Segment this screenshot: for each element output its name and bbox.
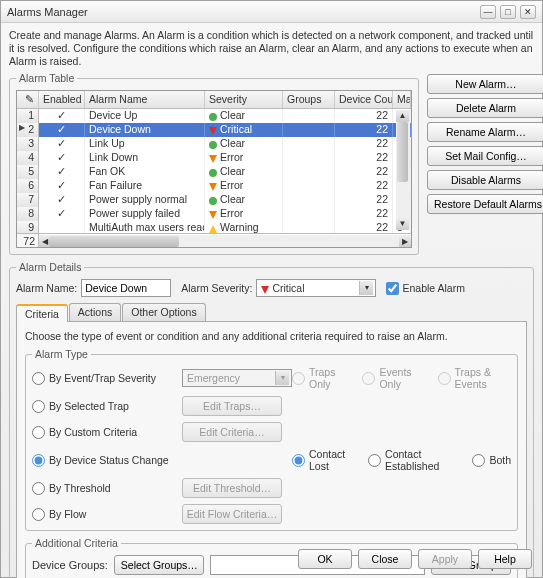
enabled-cell[interactable]: ✓ (39, 193, 85, 207)
row-index: 4 (17, 151, 39, 165)
radio-contact-lost[interactable]: Contact Lost (292, 448, 354, 472)
enable-alarm-checkbox[interactable]: Enable Alarm (386, 282, 464, 295)
col-device-count[interactable]: Device Count (335, 91, 393, 108)
radio-by-custom-criteria[interactable]: By Custom Criteria (32, 426, 182, 439)
disable-alarms-button[interactable]: Disable Alarms (427, 170, 543, 190)
ok-button[interactable]: OK (298, 549, 352, 569)
rename-alarm-button[interactable]: Rename Alarm… (427, 122, 543, 142)
table-row[interactable]: 6✓Fan FailureError225 (17, 179, 411, 193)
table-row[interactable]: 8✓Power supply failedError225 (17, 207, 411, 221)
col-groups[interactable]: Groups (283, 91, 335, 108)
severity-cell: Error (205, 179, 283, 193)
groups-cell (283, 109, 335, 123)
alarm-severity-combo[interactable]: Critical ▾ (256, 279, 376, 297)
minimize-icon[interactable]: — (480, 5, 496, 19)
enabled-cell[interactable]: ✓ (39, 207, 85, 221)
close-icon[interactable]: ✕ (520, 5, 536, 19)
enabled-cell[interactable]: ✓ (39, 137, 85, 151)
enabled-cell[interactable]: ✓ (39, 151, 85, 165)
device-count-cell: 22 (335, 207, 393, 221)
critical-icon (261, 286, 269, 294)
error-icon (209, 155, 217, 163)
help-button[interactable]: Help (478, 549, 532, 569)
alarm-name-cell: Fan Failure (85, 179, 205, 193)
radio-by-threshold[interactable]: By Threshold (32, 482, 182, 495)
groups-cell (283, 193, 335, 207)
restore-default-alarms-button[interactable]: Restore Default Alarms (427, 194, 543, 214)
close-button[interactable]: Close (358, 549, 412, 569)
alarm-name-field[interactable] (81, 279, 171, 297)
device-count-cell: 22 (335, 137, 393, 151)
alarm-details-legend: Alarm Details (16, 261, 84, 273)
clear-icon (209, 169, 217, 177)
severity-cell: Error (205, 207, 283, 221)
scroll-down-icon[interactable]: ▼ (396, 218, 409, 230)
alarm-type-legend: Alarm Type (32, 348, 91, 360)
set-mail-config-button[interactable]: Set Mail Config… (427, 146, 543, 166)
chevron-down-icon[interactable]: ▾ (275, 371, 289, 385)
col-max[interactable]: Ma (393, 91, 411, 108)
row-index: 6 (17, 179, 39, 193)
table-row[interactable]: 3✓Link UpClear225 (17, 137, 411, 151)
table-row[interactable]: 2✓Device DownCritical225 (17, 123, 411, 137)
table-row[interactable]: 9MultiAuth max users reachedWarning225 (17, 221, 411, 233)
col-enabled[interactable]: Enabled (39, 91, 85, 108)
severity-level-combo[interactable]: Emergency▾ (182, 369, 292, 387)
enabled-cell[interactable]: ✓ (39, 109, 85, 123)
alarm-table[interactable]: ✎ Enabled Alarm Name Severity Groups Dev… (16, 90, 412, 248)
vertical-scrollbar[interactable]: ▲ ▼ (396, 110, 410, 230)
radio-both[interactable]: Both (472, 454, 511, 467)
horizontal-scrollbar[interactable]: ◀ ▶ (39, 235, 411, 249)
row-index: 2 (17, 123, 39, 137)
radio-by-selected-trap[interactable]: By Selected Trap (32, 400, 182, 413)
table-row[interactable]: 5✓Fan OKClear225 (17, 165, 411, 179)
severity-cell: Warning (205, 221, 283, 233)
table-header: ✎ Enabled Alarm Name Severity Groups Dev… (17, 91, 411, 109)
alarm-name-cell: MultiAuth max users reached (85, 221, 205, 233)
window-title: Alarms Manager (7, 6, 88, 18)
row-index: 1 (17, 109, 39, 123)
enabled-cell[interactable]: ✓ (39, 179, 85, 193)
chevron-down-icon[interactable]: ▾ (359, 281, 373, 295)
col-alarm-name[interactable]: Alarm Name (85, 91, 205, 108)
enabled-cell[interactable] (39, 221, 85, 233)
window: Alarms Manager — □ ✕ Create and manage A… (0, 0, 543, 578)
col-severity[interactable]: Severity (205, 91, 283, 108)
radio-by-flow[interactable]: By Flow (32, 508, 182, 521)
table-row[interactable]: 4✓Link DownError225 (17, 151, 411, 165)
scroll-thumb[interactable] (49, 236, 179, 247)
severity-cell: Clear (205, 137, 283, 151)
table-row[interactable]: 7✓Power supply normalClear225 (17, 193, 411, 207)
alarm-type-group: Alarm Type By Event/Trap Severity Emerge… (25, 348, 518, 531)
radio-by-device-status[interactable]: By Device Status Change (32, 454, 182, 467)
edit-threshold-button: Edit Threshold… (182, 478, 282, 498)
alarm-name-cell: Power supply failed (85, 207, 205, 221)
alarm-table-group: Alarm Table ✎ Enabled Alarm Name Severit… (9, 72, 419, 255)
select-groups-button[interactable]: Select Groups… (114, 555, 204, 575)
maximize-icon[interactable]: □ (500, 5, 516, 19)
new-alarm-button[interactable]: New Alarm… (427, 74, 543, 94)
tab-criteria[interactable]: Criteria (16, 304, 68, 322)
tab-actions[interactable]: Actions (69, 303, 121, 321)
groups-cell (283, 179, 335, 193)
radio-traps-only: Traps Only (292, 366, 348, 390)
alarm-name-cell: Power supply normal (85, 193, 205, 207)
severity-cell: Clear (205, 165, 283, 179)
enabled-cell[interactable]: ✓ (39, 165, 85, 179)
clear-icon (209, 141, 217, 149)
tab-other-options[interactable]: Other Options (122, 303, 205, 321)
radio-contact-established[interactable]: Contact Established (368, 448, 458, 472)
device-count-cell: 22 (335, 109, 393, 123)
delete-alarm-button[interactable]: Delete Alarm (427, 98, 543, 118)
scroll-right-icon[interactable]: ▶ (399, 235, 411, 248)
corner-cell[interactable]: ✎ (17, 91, 39, 108)
warning-icon (209, 225, 217, 233)
scroll-thumb[interactable] (397, 122, 408, 182)
radio-by-event-trap[interactable]: By Event/Trap Severity (32, 372, 182, 385)
enabled-cell[interactable]: ✓ (39, 123, 85, 137)
alarm-table-legend: Alarm Table (16, 72, 77, 84)
scroll-up-icon[interactable]: ▲ (396, 110, 409, 122)
table-row[interactable]: 1✓Device UpClear225 (17, 109, 411, 123)
radio-events-only: Events Only (362, 366, 423, 390)
severity-cell: Clear (205, 109, 283, 123)
